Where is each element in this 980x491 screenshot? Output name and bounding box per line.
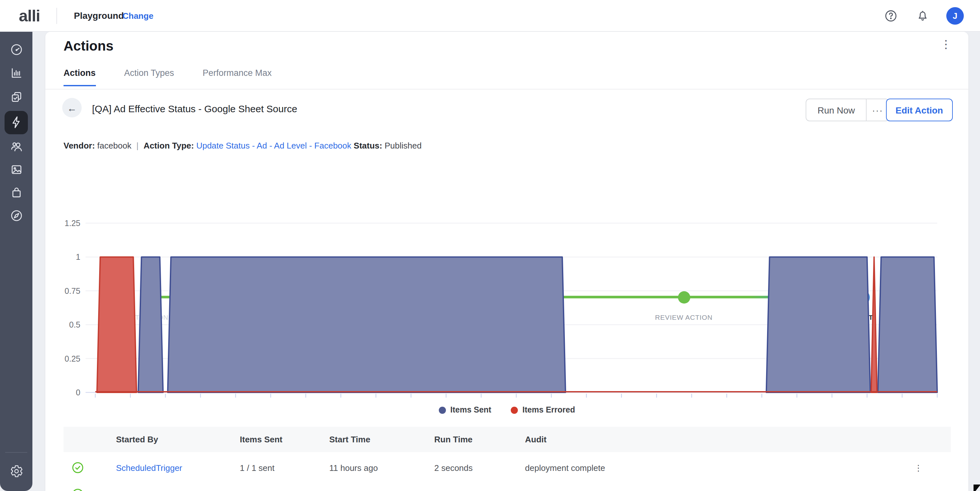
items-errored-dot-icon xyxy=(511,407,518,413)
svg-text:0.25: 0.25 xyxy=(65,354,80,363)
sidebar-nav xyxy=(0,31,32,491)
sidebar-item-creative[interactable] xyxy=(0,158,32,181)
users-icon xyxy=(10,139,23,153)
action-title: [QA] Ad Effective Status - Google Sheet … xyxy=(92,103,297,114)
page-title: Actions xyxy=(64,38,113,54)
header-divider xyxy=(56,8,57,24)
action-meta: Vendor: facebook | Action Type: Update S… xyxy=(64,141,422,150)
sidebar-divider xyxy=(5,452,27,453)
workspace-change-link[interactable]: Change xyxy=(123,11,153,21)
chart-legend: Items Sent Items Errored xyxy=(45,405,968,414)
gear-icon xyxy=(10,464,23,478)
col-audit: Audit xyxy=(525,427,546,452)
clipboard-check-icon xyxy=(10,90,23,104)
image-icon xyxy=(10,163,23,177)
run-history-chart: 00.250.50.7511.25 xyxy=(53,207,957,402)
col-started-by: Started By xyxy=(116,427,158,452)
run-now-button[interactable]: Run Now xyxy=(807,99,866,121)
status-success-icon xyxy=(71,488,84,491)
started-by-link[interactable]: ScheduledTrigger xyxy=(116,452,182,484)
col-run-time: Run Time xyxy=(434,427,473,452)
svg-text:1.25: 1.25 xyxy=(65,218,80,228)
sidebar-item-analytics[interactable] xyxy=(0,61,32,84)
legend-items-sent[interactable]: Items Sent xyxy=(439,405,491,414)
sidebar-item-actions[interactable] xyxy=(0,111,32,134)
meta-separator: | xyxy=(137,141,139,150)
legend-items-errored-label: Items Errored xyxy=(522,405,575,414)
items-sent-dot-icon xyxy=(439,407,446,413)
tab-performance-max[interactable]: Performance Max xyxy=(202,68,272,86)
gauge-icon xyxy=(10,43,23,56)
actions-page-card: Actions ⋮ Actions Action Types Performan… xyxy=(45,32,968,491)
compass-icon xyxy=(10,209,23,223)
audit-value: deployment complete xyxy=(525,452,605,484)
sidebar-item-tasks[interactable] xyxy=(0,85,32,108)
legend-items-errored[interactable]: Items Errored xyxy=(511,405,575,414)
run-now-split-button: Run Now ··· xyxy=(806,99,889,121)
back-button[interactable]: ← xyxy=(62,98,82,117)
svg-text:0.5: 0.5 xyxy=(69,320,80,329)
run-time-value: 2 seconds xyxy=(434,452,473,484)
sidebar-item-dashboard[interactable] xyxy=(0,38,32,61)
col-start-time: Start Time xyxy=(329,427,371,452)
status-label: Status: xyxy=(353,141,382,150)
application-window: alli Playground Change J xyxy=(0,0,980,491)
bell-icon[interactable] xyxy=(916,9,929,23)
lightning-icon xyxy=(10,115,23,129)
run-now-more-button[interactable]: ··· xyxy=(866,99,889,121)
col-items-sent: Items Sent xyxy=(240,427,283,452)
sidebar-item-shopping[interactable] xyxy=(0,180,32,204)
svg-text:0: 0 xyxy=(76,388,80,397)
row-kebab-menu-icon[interactable]: ⋮ xyxy=(909,452,928,484)
action-type-label: Action Type: xyxy=(143,141,194,150)
avatar[interactable]: J xyxy=(946,7,964,25)
tab-action-types[interactable]: Action Types xyxy=(124,68,174,86)
start-time-value: 11 hours ago xyxy=(329,452,378,484)
top-header: alli Playground Change J xyxy=(0,0,980,32)
table-row-partial xyxy=(64,484,951,491)
vendor-label: Vendor: xyxy=(64,141,95,150)
edit-action-button[interactable]: Edit Action xyxy=(886,99,953,121)
help-icon[interactable] xyxy=(884,9,898,23)
workspace-name: Playground xyxy=(74,10,124,21)
items-sent-value: 1 / 1 sent xyxy=(240,452,275,484)
tab-actions[interactable]: Actions xyxy=(64,68,95,86)
action-stepper: SELECT ACTION TYPE CONFIGURE SET DATASOU… xyxy=(45,159,968,204)
status-value: Published xyxy=(385,141,422,150)
page-kebab-menu-icon[interactable]: ⋮ xyxy=(940,39,951,50)
legend-items-sent-label: Items Sent xyxy=(450,405,491,414)
sidebar-item-audiences[interactable] xyxy=(0,134,32,158)
alli-logo: alli xyxy=(19,6,40,25)
bag-icon xyxy=(10,185,23,199)
tab-bar: Actions Action Types Performance Max xyxy=(64,68,272,86)
status-success-icon xyxy=(71,461,84,474)
sidebar-item-explore[interactable] xyxy=(0,204,32,227)
table-row: ScheduledTrigger 1 / 1 sent 11 hours ago… xyxy=(64,452,951,485)
sidebar-item-settings[interactable] xyxy=(0,459,32,483)
runs-table-header: Started By Items Sent Start Time Run Tim… xyxy=(64,427,951,452)
bar-chart-icon xyxy=(10,66,23,80)
vendor-value: facebook xyxy=(97,141,132,150)
tabs-divider xyxy=(45,89,968,89)
mouse-cursor xyxy=(974,485,980,491)
action-type-link[interactable]: Update Status - Ad - Ad Level - Facebook xyxy=(196,141,351,150)
svg-text:0.75: 0.75 xyxy=(65,286,80,295)
svg-text:1: 1 xyxy=(76,252,80,261)
